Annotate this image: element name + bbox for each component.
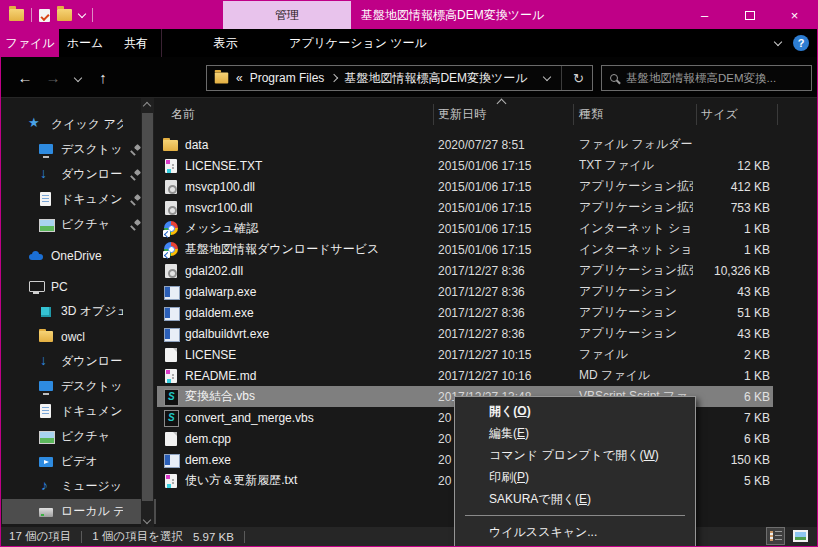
sidebar-item-label: デスクトップ bbox=[61, 141, 123, 158]
sidebar-item[interactable]: OneDrive bbox=[2, 243, 156, 268]
file-type-icon bbox=[163, 389, 179, 405]
context-menu-item[interactable] bbox=[465, 515, 685, 516]
sidebar-item[interactable]: ドキュメント bbox=[2, 399, 156, 424]
file-row[interactable]: LICENSE 2017/12/27 10:15 ファイル 2 KB bbox=[157, 344, 773, 365]
column-resize-handle[interactable] bbox=[777, 104, 778, 125]
back-button[interactable]: ← bbox=[15, 69, 35, 86]
file-modified: 2015/01/06 17:15 bbox=[438, 176, 576, 197]
sidebar-item[interactable]: デスクトップ bbox=[2, 374, 156, 399]
recent-locations-chevron-icon[interactable] bbox=[71, 75, 85, 81]
sidebar-item-icon bbox=[28, 117, 44, 133]
context-menu-item[interactable]: ウイルススキャン... bbox=[455, 521, 695, 543]
file-name: gdalbuildvrt.exe bbox=[185, 323, 431, 344]
customize-qat-chevron-icon[interactable] bbox=[78, 10, 86, 18]
scroll-down-arrow-icon[interactable] bbox=[143, 516, 151, 524]
sidebar-item-label: OneDrive bbox=[51, 249, 102, 263]
minimize-button[interactable]: – bbox=[682, 1, 727, 29]
column-header-type[interactable]: 種類 bbox=[579, 106, 603, 123]
sidebar-item[interactable]: ピクチャ bbox=[2, 212, 156, 237]
context-menu-item[interactable]: 編集(E) bbox=[455, 422, 695, 444]
column-header-modified[interactable]: 更新日時 bbox=[438, 106, 486, 123]
properties-icon[interactable] bbox=[39, 9, 50, 22]
up-button[interactable]: ↑ bbox=[93, 69, 113, 86]
ribbon-tab[interactable]: ホーム bbox=[59, 29, 111, 57]
column-resize-handle[interactable] bbox=[573, 104, 574, 125]
sidebar-item[interactable]: ドキュメント bbox=[2, 187, 156, 212]
sidebar-item-icon bbox=[28, 279, 44, 295]
breadcrumb-current[interactable]: 基盤地図情報標高DEM変換ツール bbox=[344, 70, 527, 87]
maximize-button[interactable] bbox=[727, 1, 772, 29]
ribbon-tab[interactable]: 表示 bbox=[161, 29, 289, 57]
new-folder-icon[interactable] bbox=[57, 9, 72, 21]
sidebar-item-label: PC bbox=[51, 280, 68, 294]
file-row[interactable]: メッシュ確認 2015/01/06 17:15 インターネット ショート... … bbox=[157, 218, 773, 239]
breadcrumb-overflow[interactable]: « bbox=[236, 71, 243, 85]
close-button[interactable]: × bbox=[772, 1, 817, 29]
menu-item-label: 開く( bbox=[489, 403, 517, 420]
column-resize-handle[interactable] bbox=[433, 104, 434, 125]
file-name: dem.cpp bbox=[185, 428, 431, 449]
file-row[interactable]: msvcp100.dll 2015/01/06 17:15 アプリケーション拡張… bbox=[157, 176, 773, 197]
ribbon-tab[interactable]: アプリケーション ツール bbox=[289, 29, 427, 57]
file-type-icon bbox=[163, 431, 179, 447]
context-menu-item[interactable]: 開く(O) bbox=[455, 400, 695, 422]
scroll-up-arrow-icon[interactable] bbox=[143, 102, 151, 110]
details-view-icon[interactable] bbox=[767, 528, 784, 544]
file-type-icon bbox=[163, 410, 179, 426]
column-header-name[interactable]: 名前 bbox=[171, 106, 195, 123]
sidebar-item[interactable]: ビデオ bbox=[2, 449, 156, 474]
selection-size: 5.97 KB bbox=[193, 531, 234, 543]
sidebar-item[interactable]: ローカル ディスク (C bbox=[2, 499, 156, 524]
expand-ribbon-chevron-icon[interactable] bbox=[774, 37, 782, 45]
window-controls: – × bbox=[682, 1, 817, 29]
sidebar-scrollbar[interactable] bbox=[141, 98, 154, 528]
column-resize-handle[interactable] bbox=[696, 104, 697, 125]
thumbnails-view-icon[interactable] bbox=[792, 528, 809, 544]
file-row[interactable]: gdalwarp.exe 2017/12/27 8:36 アプリケーション 43… bbox=[157, 281, 773, 302]
file-row[interactable]: README.md 2017/12/27 10:16 MD ファイル 1 KB bbox=[157, 365, 773, 386]
context-menu-item[interactable]: SAKURAで開く(E) bbox=[455, 488, 695, 510]
ribbon-tab[interactable]: ファイル bbox=[1, 29, 59, 57]
sidebar-item[interactable]: ダウンロード bbox=[2, 162, 156, 187]
sidebar-item[interactable]: PC bbox=[2, 274, 156, 299]
sidebar-item-label: ドキュメント bbox=[61, 403, 123, 420]
file-row[interactable]: gdaldem.exe 2017/12/27 8:36 アプリケーション 51 … bbox=[157, 302, 773, 323]
context-menu-item[interactable]: コマンド プロンプトで開く(W) bbox=[455, 444, 695, 466]
context-menu-item[interactable]: 印刷(P) bbox=[455, 466, 695, 488]
forward-button[interactable]: → bbox=[43, 69, 63, 86]
search-box[interactable]: 基盤地図情報標高DEM変換... bbox=[601, 65, 812, 91]
context-menu-item[interactable]: 共有 bbox=[455, 543, 695, 547]
breadcrumb-parent[interactable]: Program Files bbox=[250, 71, 325, 85]
sidebar-item[interactable]: クイック アクセス bbox=[2, 112, 156, 137]
nav-buttons: ← → ↑ bbox=[15, 57, 113, 98]
titlebar: 管理 基盤地図情報標高DEM変換ツール – × bbox=[1, 1, 817, 29]
file-row[interactable]: LICENSE.TXT 2015/01/06 17:15 TXT ファイル 12… bbox=[157, 155, 773, 176]
file-row[interactable]: gdalbuildvrt.exe 2017/12/27 8:36 アプリケーショ… bbox=[157, 323, 773, 344]
file-row[interactable]: gdal202.dll 2017/12/27 8:36 アプリケーション拡張 1… bbox=[157, 260, 773, 281]
address-bar[interactable]: « Program Files 基盤地図情報標高DEM変換ツール ↻ bbox=[206, 65, 593, 91]
sidebar-item[interactable]: owcl bbox=[2, 324, 156, 349]
pin-icon bbox=[130, 220, 140, 230]
address-dropdown-chevron-icon[interactable] bbox=[543, 72, 551, 80]
scrollbar-thumb[interactable] bbox=[142, 113, 153, 501]
sidebar-item[interactable]: デスクトップ bbox=[2, 137, 156, 162]
breadcrumb-chevron-icon[interactable] bbox=[330, 74, 338, 82]
column-header-size[interactable]: サイズ bbox=[701, 106, 738, 123]
sidebar-item[interactable]: 3D オブジェクト bbox=[2, 299, 156, 324]
folder-icon[interactable] bbox=[9, 9, 24, 21]
file-row[interactable]: data 2020/07/27 8:51 ファイル フォルダー bbox=[157, 134, 773, 155]
window-title: 基盤地図情報標高DEM変換ツール bbox=[361, 1, 544, 29]
contextual-tab-manage[interactable]: 管理 bbox=[223, 1, 351, 29]
ribbon-tab-label: 共有 bbox=[124, 35, 148, 52]
ribbon-tab-label: ファイル bbox=[5, 35, 54, 52]
file-row[interactable]: 基盤地図情報ダウンロードサービス 2015/01/06 17:15 インターネッ… bbox=[157, 239, 773, 260]
ribbon-tab[interactable]: 共有 bbox=[111, 29, 161, 57]
sidebar-item-icon bbox=[38, 504, 54, 520]
sidebar-item[interactable]: ダウンロード bbox=[2, 349, 156, 374]
refresh-icon[interactable]: ↻ bbox=[573, 71, 588, 86]
help-icon[interactable]: ? bbox=[793, 35, 809, 51]
sidebar-item[interactable]: ピクチャ bbox=[2, 424, 156, 449]
file-type-icon bbox=[163, 326, 179, 342]
file-row[interactable]: msvcr100.dll 2015/01/06 17:15 アプリケーション拡張… bbox=[157, 197, 773, 218]
sidebar-item[interactable]: ミュージック bbox=[2, 474, 156, 499]
